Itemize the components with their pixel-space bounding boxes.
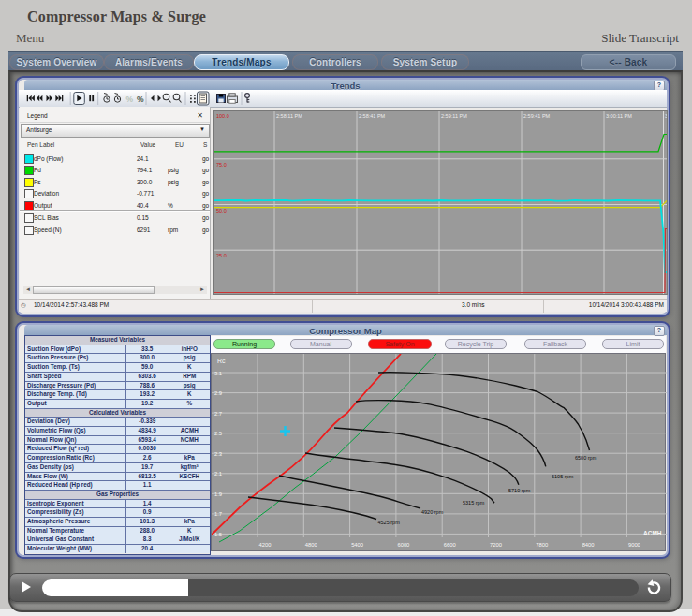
svg-text:3.1: 3.1 — [214, 371, 222, 376]
svg-text:4920 rpm: 4920 rpm — [421, 509, 444, 515]
svg-text:2:58:41 PM: 2:58:41 PM — [359, 113, 386, 119]
svg-text:7200: 7200 — [490, 542, 502, 548]
svg-text:9000: 9000 — [628, 542, 640, 548]
svg-text:2.5: 2.5 — [214, 431, 222, 436]
svg-text:8400: 8400 — [582, 542, 595, 548]
svg-text:4800: 4800 — [305, 542, 317, 548]
svg-text:6500 rpm: 6500 rpm — [575, 455, 597, 461]
svg-text:2:58:11 PM: 2:58:11 PM — [276, 113, 302, 119]
svg-text:6105 rpm: 6105 rpm — [552, 474, 574, 479]
svg-text:%: % — [126, 95, 134, 104]
svg-text:1.9: 1.9 — [214, 491, 222, 497]
svg-text:25.0: 25.0 — [216, 253, 227, 258]
svg-text:6600: 6600 — [444, 542, 456, 548]
svg-text:100.0: 100.0 — [216, 113, 229, 119]
svg-text:5315 rpm: 5315 rpm — [463, 500, 485, 506]
svg-text:1.7: 1.7 — [214, 511, 222, 517]
svg-text:4525 rpm: 4525 rpm — [378, 520, 401, 525]
svg-text:50.0: 50.0 — [216, 208, 227, 213]
svg-text:4200: 4200 — [259, 542, 272, 548]
svg-text:2.7: 2.7 — [214, 411, 222, 417]
svg-text:%: % — [137, 95, 144, 104]
svg-text:2.1: 2.1 — [214, 471, 222, 477]
svg-text:Rc: Rc — [217, 358, 226, 364]
svg-text:1.5: 1.5 — [214, 532, 222, 537]
svg-text:ACMH: ACMH — [643, 530, 662, 536]
svg-text:5400: 5400 — [351, 542, 363, 548]
svg-text:6000: 6000 — [397, 542, 409, 548]
svg-text:75.0: 75.0 — [216, 162, 227, 168]
svg-text:2.9: 2.9 — [214, 390, 222, 396]
svg-text:2.3: 2.3 — [214, 451, 222, 457]
svg-text:3:: 3: — [665, 113, 667, 119]
svg-text:3:00:11 PM: 3:00:11 PM — [606, 113, 632, 119]
svg-text:2:59:11 PM: 2:59:11 PM — [441, 113, 467, 119]
svg-text:2:59:41 PM: 2:59:41 PM — [523, 113, 551, 119]
svg-text:5710 rpm: 5710 rpm — [508, 488, 531, 493]
svg-text:7800: 7800 — [536, 542, 548, 548]
